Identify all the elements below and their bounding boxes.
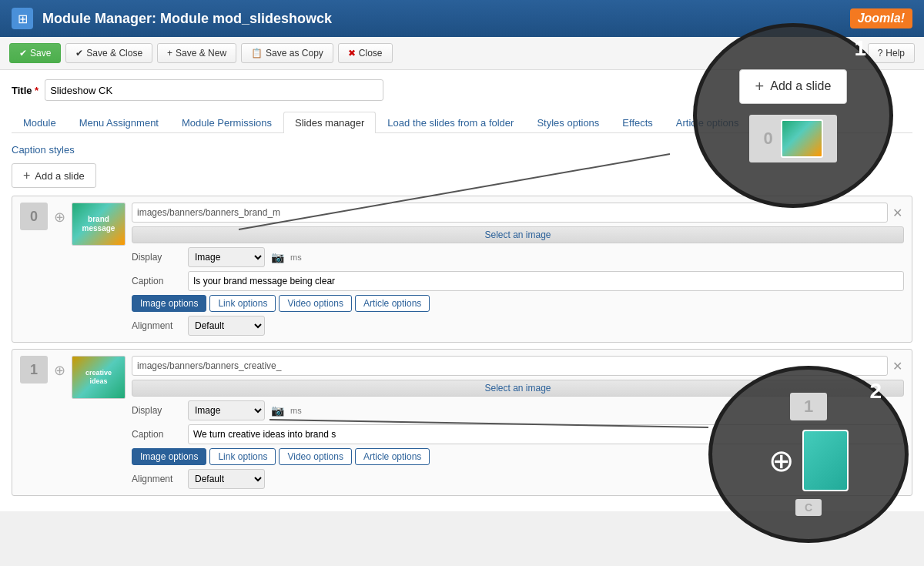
slide-1-caption-input[interactable]: [188, 424, 904, 444]
slide-0-thumbnail: brandmessage: [72, 203, 126, 246]
slide-0-display-row: Display Image 📷 ms: [132, 247, 904, 267]
slide-1-number: 1: [20, 356, 48, 383]
slide-0-tab-image-options[interactable]: Image options: [132, 295, 206, 312]
tab-load-slides[interactable]: Load the slides from a folder: [376, 112, 525, 133]
slide-1-tabs: Image options Link options Video options…: [132, 448, 904, 465]
tab-effects[interactable]: Effects: [611, 112, 665, 133]
tab-module-permissions[interactable]: Module Permissions: [170, 112, 283, 133]
slide-0-tab-video-options[interactable]: Video options: [279, 295, 352, 312]
content-area: Title * Module Menu Assignment Module Pe…: [0, 70, 924, 511]
save-close-button[interactable]: ✔ Save & Close: [65, 43, 152, 63]
save-copy-icon: 📋: [251, 48, 263, 59]
title-row: Title *: [12, 79, 912, 101]
add-slide-plus-icon: +: [23, 169, 30, 183]
save-close-check-icon: ✔: [75, 48, 83, 59]
nav-tabs: Module Menu Assignment Module Permission…: [12, 112, 912, 133]
slide-1-tab-link-options[interactable]: Link options: [209, 448, 276, 465]
slide-0-display-select[interactable]: Image: [188, 247, 265, 267]
tab-slides-manager[interactable]: Slides manager: [283, 112, 376, 133]
slide-1-cam-icon[interactable]: 📷: [271, 404, 284, 417]
slide-0-tabs: Image options Link options Video options…: [132, 295, 904, 312]
slide-0-cam-icon[interactable]: 📷: [271, 251, 284, 263]
slide-item-1: 1 ⊕ creativeideas ✕ Select an image Disp…: [12, 349, 912, 496]
slide-0-display-label: Display: [132, 252, 182, 263]
tab-styles-options[interactable]: Styles options: [525, 112, 611, 133]
slide-0-tab-link-options[interactable]: Link options: [209, 295, 276, 312]
help-icon: ?: [878, 48, 883, 59]
slide-1-alignment-select[interactable]: Default: [188, 469, 265, 489]
slide-0-caption-label: Caption: [132, 276, 182, 286]
title-label: Title *: [12, 85, 38, 96]
slide-0-image-input[interactable]: [132, 203, 888, 223]
slide-1-tab-video-options[interactable]: Video options: [279, 448, 352, 465]
slide-1-fields: ✕ Select an image Display Image 📷 ms Cap…: [132, 356, 904, 489]
save-button[interactable]: ✔ Save: [9, 43, 61, 63]
slide-0-ms-label: ms: [290, 253, 302, 262]
save-new-plus-icon: +: [167, 48, 172, 59]
slide-1-display-select[interactable]: Image: [188, 400, 265, 420]
slide-0-fields: ✕ Select an image Display Image 📷 ms Cap…: [132, 203, 904, 336]
slide-item-0: 0 ⊕ brandmessage ✕ Select an image Displ…: [12, 196, 912, 343]
slide-1-drag-handle[interactable]: ⊕: [54, 356, 65, 379]
caption-styles-link[interactable]: Caption styles: [12, 142, 912, 163]
page-title: Module Manager: Module mod_slideshowck: [42, 11, 850, 27]
top-bar: ⊞ Module Manager: Module mod_slideshowck…: [0, 0, 924, 37]
title-input[interactable]: [45, 79, 383, 101]
tab-article-options[interactable]: Article options: [665, 112, 751, 133]
close-button[interactable]: ✖ Close: [338, 43, 393, 63]
slide-1-image-input[interactable]: [132, 356, 888, 376]
slide-0-header: 0 ⊕ brandmessage ✕ Select an image Displ…: [20, 203, 904, 336]
add-slide-label: Add a slide: [35, 170, 84, 182]
slide-0-drag-handle[interactable]: ⊕: [54, 203, 65, 226]
slide-1-header: 1 ⊕ creativeideas ✕ Select an image Disp…: [20, 356, 904, 489]
slide-1-alignment-row: Alignment Default: [132, 469, 904, 489]
close-x-icon: ✖: [348, 48, 356, 59]
joomla-logo: Joomla!: [850, 8, 912, 28]
slide-1-caption-row: Caption: [132, 424, 904, 444]
slide-0-close-icon[interactable]: ✕: [891, 206, 904, 220]
slide-0-tab-article-options[interactable]: Article options: [355, 295, 430, 312]
module-icon: ⊞: [12, 8, 33, 29]
slide-1-display-label: Display: [132, 405, 182, 416]
slide-1-tab-image-options[interactable]: Image options: [132, 448, 206, 465]
slide-0-alignment-row: Alignment Default: [132, 316, 904, 336]
add-slide-button[interactable]: + Add a slide: [12, 163, 96, 188]
slide-1-display-row: Display Image 📷 ms: [132, 400, 904, 420]
slide-1-thumbnail: creativeideas: [72, 356, 126, 399]
save-check-icon: ✔: [19, 48, 27, 59]
slide-0-caption-row: Caption: [132, 271, 904, 291]
save-new-button[interactable]: + Save & New: [157, 43, 236, 63]
save-label: Save: [30, 48, 51, 59]
slide-1-image-row: ✕: [132, 356, 904, 376]
save-copy-button[interactable]: 📋 Save as Copy: [241, 43, 333, 63]
toolbar: ✔ Save ✔ Save & Close + Save & New 📋 Sav…: [0, 37, 924, 70]
slides-area: + Add a slide 0 ⊕ brandmessage ✕ Sele: [12, 163, 912, 496]
slide-0-image-row: ✕: [132, 203, 904, 223]
help-button[interactable]: ? Help: [868, 43, 915, 63]
slide-0-number: 0: [20, 203, 48, 230]
slide-1-ms-label: ms: [290, 406, 302, 415]
slide-0-caption-input[interactable]: [188, 271, 904, 291]
tab-menu-assignment[interactable]: Menu Assignment: [68, 112, 170, 133]
slide-0-alignment-select[interactable]: Default: [188, 316, 265, 336]
slide-1-close-icon[interactable]: ✕: [891, 359, 904, 373]
slide-1-select-image-btn[interactable]: Select an image: [132, 380, 904, 397]
slide-0-select-image-btn[interactable]: Select an image: [132, 226, 904, 243]
slide-0-alignment-label: Alignment: [132, 320, 182, 331]
slide-1-alignment-label: Alignment: [132, 474, 182, 484]
slide-1-tab-article-options[interactable]: Article options: [355, 448, 430, 465]
tab-module[interactable]: Module: [12, 112, 68, 133]
slide-1-caption-label: Caption: [132, 429, 182, 440]
